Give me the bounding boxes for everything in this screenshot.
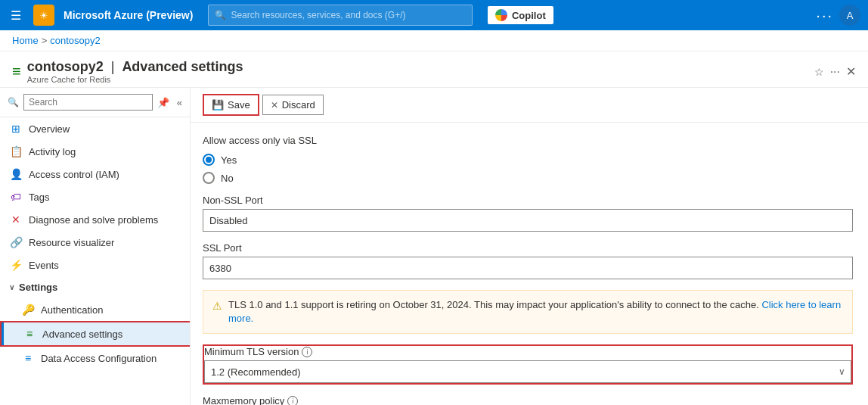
main-content: Allow access only via SSL Yes No <box>191 123 868 405</box>
page-title-section: contosopy2 | Advanced settings Azure Cac… <box>27 59 808 84</box>
advanced-settings-icon: ≡ <box>23 328 36 340</box>
save-icon: 💾 <box>212 99 224 111</box>
tls-version-label: Minimum TLS version i <box>204 346 851 357</box>
search-icon: 🔍 <box>215 10 226 20</box>
copilot-button[interactable]: Copilot <box>488 6 553 24</box>
nonssl-port-input[interactable] <box>203 209 853 232</box>
close-panel-icon[interactable]: ✕ <box>846 64 856 79</box>
sidebar-item-authentication[interactable]: 🔑 Authentication <box>0 298 190 321</box>
ssl-radio-group: Yes No <box>203 154 853 184</box>
breadcrumb: Home > contosopy2 <box>0 30 868 51</box>
content-layout: 🔍 📌 « ⊞ Overview 📋 Activity log 👤 Access… <box>0 88 868 405</box>
pin-icon[interactable]: 📌 <box>157 97 169 108</box>
breadcrumb-resource[interactable]: contosopy2 <box>50 35 101 46</box>
account-avatar[interactable]: A <box>839 5 860 26</box>
sidebar-item-label: Activity log <box>29 146 76 157</box>
ssl-no-label: No <box>221 173 234 184</box>
sidebar-item-tags[interactable]: 🏷 Tags <box>0 185 190 208</box>
sidebar-item-label: Authentication <box>41 304 103 316</box>
ssl-yes-radio[interactable] <box>203 154 215 166</box>
page-title: Advanced settings <box>122 59 243 75</box>
settings-section-label: Settings <box>19 282 57 293</box>
resource-name: contosopy2 <box>27 59 104 75</box>
page-subtitle: Azure Cache for Redis <box>27 75 808 84</box>
overview-icon: ⊞ <box>9 123 23 135</box>
nav-more-options[interactable]: ··· <box>816 7 833 24</box>
copilot-icon <box>495 9 507 21</box>
sidebar-item-data-access[interactable]: ≡ Data Access Configuration <box>0 347 190 369</box>
activity-log-icon: 📋 <box>9 145 23 157</box>
settings-section-header[interactable]: ∨ Settings <box>0 276 190 298</box>
sidebar-item-advanced-settings[interactable]: ≡ Advanced settings <box>0 321 190 347</box>
tls-dropdown-wrapper: 1.0 1.1 1.2 (Recommended) ∨ <box>204 360 851 383</box>
sidebar-item-label: Tags <box>29 192 49 203</box>
nonssl-port-group: Non-SSL Port <box>203 195 853 232</box>
warning-icon: ⚠ <box>212 299 222 314</box>
global-search-bar[interactable]: 🔍 <box>208 5 473 26</box>
sidebar-item-access-control[interactable]: 👤 Access control (IAM) <box>0 163 190 185</box>
sidebar-search-container: 🔍 📌 « <box>0 88 190 117</box>
global-search-input[interactable] <box>231 10 466 20</box>
sidebar-item-label: Data Access Configuration <box>41 353 157 364</box>
sidebar-item-label: Access control (IAM) <box>29 169 119 180</box>
collapse-sidebar-icon[interactable]: « <box>177 97 182 108</box>
top-navbar: ☰ ☀ Microsoft Azure (Preview) 🔍 Copilot … <box>0 0 868 30</box>
authentication-icon: 🔑 <box>21 304 35 316</box>
ssl-port-input[interactable] <box>203 257 853 279</box>
sidebar-item-resource-visualizer[interactable]: 🔗 Resource visualizer <box>0 231 190 254</box>
resource-icon: ≡ <box>12 63 21 80</box>
sidebar-item-overview[interactable]: ⊞ Overview <box>0 117 190 140</box>
sidebar-item-events[interactable]: ⚡ Events <box>0 254 190 276</box>
title-separator: | <box>111 59 115 75</box>
breadcrumb-sep1: > <box>42 35 48 46</box>
ssl-no-radio[interactable] <box>203 172 215 184</box>
ssl-port-label: SSL Port <box>203 242 853 254</box>
header-ellipsis[interactable]: ··· <box>830 65 840 79</box>
discard-button[interactable]: ✕ Discard <box>262 95 324 115</box>
sidebar-item-activity-log[interactable]: 📋 Activity log <box>0 140 190 163</box>
tags-icon: 🏷 <box>9 191 23 203</box>
data-access-icon: ≡ <box>21 352 35 364</box>
discard-icon: ✕ <box>271 100 278 111</box>
azure-logo: ☀ <box>33 5 54 26</box>
maxmemory-label: Maxmemory policy i <box>203 395 853 405</box>
diagnose-icon: ✕ <box>9 213 23 226</box>
ssl-port-group: SSL Port <box>203 242 853 279</box>
sidebar-item-label: Diagnose and solve problems <box>29 214 158 226</box>
sidebar-item-label: Overview <box>29 123 70 135</box>
main-area: ≡ contosopy2 | Advanced settings Azure C… <box>0 51 868 405</box>
tls-warning-box: ⚠ TLS 1.0 and 1.1 support is retiring on… <box>203 290 853 334</box>
favorite-star-icon[interactable]: ☆ <box>814 66 824 78</box>
breadcrumb-home[interactable]: Home <box>12 35 39 46</box>
events-icon: ⚡ <box>9 259 23 271</box>
tls-info-icon[interactable]: i <box>302 347 312 357</box>
maxmemory-info-icon[interactable]: i <box>287 396 298 405</box>
ssl-yes-label: Yes <box>221 154 237 166</box>
save-button[interactable]: 💾 Save <box>203 94 259 116</box>
ssl-yes-option[interactable]: Yes <box>203 154 853 166</box>
sidebar-search-input[interactable] <box>23 94 153 111</box>
sidebar-item-diagnose[interactable]: ✕ Diagnose and solve problems <box>0 208 190 231</box>
warning-text: TLS 1.0 and 1.1 support is retiring on O… <box>228 298 843 326</box>
page-header: ≡ contosopy2 | Advanced settings Azure C… <box>0 51 868 88</box>
access-control-icon: 👤 <box>9 168 23 180</box>
tls-version-select[interactable]: 1.0 1.1 1.2 (Recommended) <box>204 360 851 383</box>
ssl-no-option[interactable]: No <box>203 172 853 184</box>
tls-version-group: Minimum TLS version i 1.0 1.1 1.2 (Recom… <box>203 344 853 385</box>
right-panel: 💾 Save ✕ Discard Allow access only via S… <box>191 88 868 405</box>
ssl-section-label: Allow access only via SSL <box>203 135 853 146</box>
maxmemory-group: Maxmemory policy i volatile-lru allkeys-… <box>203 395 853 405</box>
sidebar-item-label: Advanced settings <box>42 329 122 340</box>
app-title: Microsoft Azure (Preview) <box>64 9 193 21</box>
toolbar: 💾 Save ✕ Discard <box>191 88 868 123</box>
hamburger-icon[interactable]: ☰ <box>8 5 24 26</box>
sidebar-item-label: Events <box>29 260 59 271</box>
sidebar: 🔍 📌 « ⊞ Overview 📋 Activity log 👤 Access… <box>0 88 191 405</box>
sidebar-item-label: Resource visualizer <box>29 237 114 248</box>
form-content: Allow access only via SSL Yes No <box>191 123 868 405</box>
resource-viz-icon: 🔗 <box>9 236 23 248</box>
nonssl-port-label: Non-SSL Port <box>203 195 853 206</box>
sidebar-search-icon: 🔍 <box>8 97 19 107</box>
settings-chevron-icon: ∨ <box>9 283 14 291</box>
